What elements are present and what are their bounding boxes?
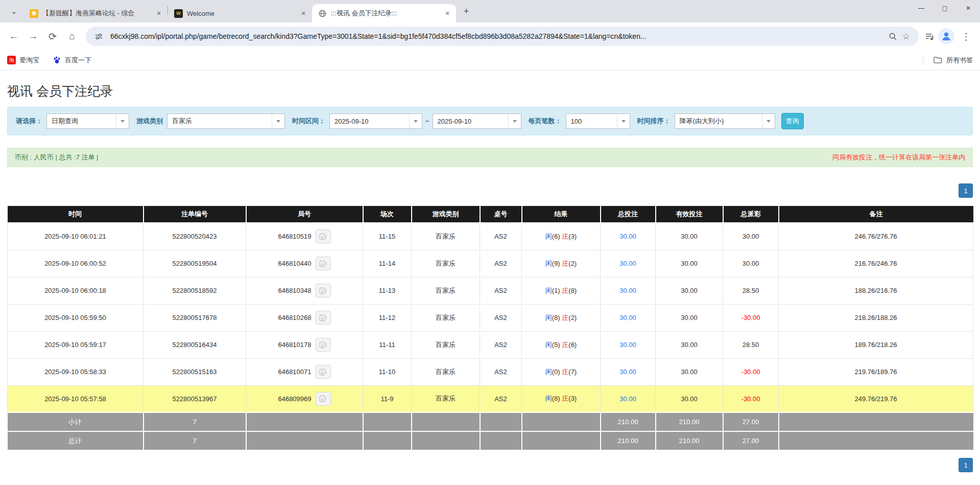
close-icon[interactable]: ✕: [443, 9, 452, 18]
media-controls-icon[interactable]: [923, 30, 936, 43]
game-type-label: 游戏类别: [136, 117, 163, 126]
table-row: 2025-09-10 06:01:21 522800520423 6468105…: [8, 223, 973, 250]
bet-id: 522800516434: [144, 331, 246, 358]
bet-time: 2025-09-10 05:58:33: [8, 358, 144, 385]
video-replay-button[interactable]: [316, 311, 331, 325]
session: 11-11: [363, 331, 412, 358]
bet-time: 2025-09-10 06:00:52: [8, 250, 144, 277]
close-icon[interactable]: ✕: [154, 9, 163, 18]
subtotal-valid-bet: 210.00: [656, 412, 723, 431]
video-replay-button[interactable]: [316, 365, 331, 379]
tab-search-chevron-icon[interactable]: ⌄: [6, 4, 21, 19]
bookmark-baidu[interactable]: 百度一下: [53, 56, 91, 65]
minimize-button[interactable]: —: [910, 0, 933, 16]
player-points: (9): [552, 260, 560, 267]
round-id-cell: 646810440: [246, 250, 363, 277]
table-no: AS2: [480, 250, 522, 277]
home-icon[interactable]: ⌂: [62, 27, 82, 46]
video-replay-button[interactable]: [316, 257, 331, 270]
total-bet-link[interactable]: 30.00: [619, 395, 636, 403]
page-1-button[interactable]: 1: [959, 458, 973, 472]
video-replay-button[interactable]: [316, 392, 331, 406]
total-bet-link[interactable]: 30.00: [619, 368, 636, 376]
close-window-button[interactable]: ✕: [957, 0, 980, 16]
profile-avatar[interactable]: [938, 28, 954, 44]
player-result: 闲: [545, 395, 552, 402]
remark: 219.76/189.76: [779, 358, 973, 385]
total-bet-cell: 30.00: [601, 331, 656, 358]
banker-result: 庄: [562, 233, 568, 240]
round-id-cell: 646810178: [246, 331, 363, 358]
zoom-magnifier-icon[interactable]: [886, 30, 899, 43]
banker-result: 庄: [562, 368, 568, 376]
chevron-down-icon[interactable]: [617, 114, 630, 128]
date-from-input[interactable]: 2025-09-10: [329, 113, 422, 129]
banker-result: 庄: [562, 314, 568, 321]
total-bet-cell: 30.00: [601, 304, 656, 331]
address-bar[interactable]: 66cxkj98.com/ipl/portal.php/game/betreco…: [86, 27, 919, 46]
player-points: (0): [552, 368, 560, 376]
game-type: 百家乐: [412, 385, 480, 412]
site-info-tune-icon[interactable]: [92, 30, 105, 43]
bookmark-aitaobao[interactable]: 淘 爱淘宝: [7, 56, 39, 65]
col-result: 结果: [522, 205, 601, 223]
col-session: 场次: [363, 205, 412, 223]
per-page-select[interactable]: 100: [566, 113, 630, 129]
tab-forum[interactable]: 燕 【新提醒】海燕策略论坛 - 综合 ✕: [23, 4, 168, 22]
back-icon[interactable]: ←: [4, 27, 23, 46]
page-1-button[interactable]: 1: [959, 183, 973, 198]
video-replay-button[interactable]: [316, 338, 331, 352]
player-points: (5): [552, 341, 560, 349]
chevron-down-icon[interactable]: [272, 114, 284, 128]
chevron-down-icon[interactable]: [508, 114, 521, 128]
bet-id: 522800519504: [144, 250, 246, 277]
date-from-value: 2025-09-10: [330, 114, 409, 128]
bet-id: 522800520423: [144, 223, 246, 250]
reload-icon[interactable]: ⟳: [43, 27, 62, 46]
bookmark-star-icon[interactable]: ☆: [899, 30, 913, 43]
total-bet-link[interactable]: 30.00: [619, 341, 636, 349]
payout: 28.50: [723, 331, 779, 358]
video-replay-button[interactable]: [316, 284, 331, 297]
banker-points: (2): [568, 314, 577, 321]
new-tab-button[interactable]: +: [459, 4, 473, 18]
game-type-select[interactable]: 百家乐: [167, 113, 285, 129]
kebab-menu-icon[interactable]: ⋮: [957, 27, 976, 46]
query-mode-select[interactable]: 日期查询: [46, 113, 129, 129]
round-id: 646809969: [278, 395, 311, 403]
maximize-button[interactable]: ▢: [933, 0, 957, 16]
banker-points: (3): [568, 395, 577, 402]
total-bet-link[interactable]: 30.00: [619, 233, 636, 240]
folder-icon: [934, 56, 942, 64]
total-bet-link[interactable]: 30.00: [619, 287, 636, 294]
forward-icon[interactable]: →: [23, 27, 43, 46]
close-icon[interactable]: ✕: [299, 9, 308, 18]
chevron-down-icon[interactable]: [116, 114, 129, 128]
total-bet-link[interactable]: 30.00: [619, 260, 636, 267]
all-bookmarks[interactable]: 所有书签: [923, 55, 973, 65]
round-id: 646810440: [278, 260, 311, 267]
tab-title: 【新提醒】海燕策略论坛 - 综合: [42, 9, 150, 18]
valid-bet: 30.00: [656, 277, 723, 304]
tab-title: :::视讯 会员下注纪录:::: [331, 9, 439, 18]
table-no: AS2: [480, 223, 522, 250]
subtotal-total-bet: 210.00: [601, 412, 656, 431]
date-to-input[interactable]: 2025-09-10: [433, 113, 521, 129]
col-total-bet: 总投注: [601, 205, 656, 223]
total-bet-link[interactable]: 30.00: [619, 314, 636, 321]
query-button[interactable]: 查询: [781, 113, 804, 129]
sort-select[interactable]: 降幂(由大到小): [675, 113, 775, 129]
player-result: 闲: [545, 287, 552, 294]
video-replay-button[interactable]: [316, 229, 331, 243]
tab-welcome[interactable]: W Welcome ✕: [168, 4, 312, 22]
valid-bet: 30.00: [656, 358, 723, 385]
url-text[interactable]: 66cxkj98.com/ipl/portal.php/game/betreco…: [110, 32, 881, 40]
chevron-down-icon[interactable]: [409, 114, 422, 128]
remark: 216.76/246.76: [779, 250, 973, 277]
round-id-cell: 646810268: [246, 304, 363, 331]
currency-summary: 币别 : 人民币 | 总共 :7 注单 |: [15, 153, 99, 162]
chevron-down-icon[interactable]: [762, 114, 775, 128]
bet-id: 522800518592: [144, 277, 246, 304]
tab-bet-records[interactable]: :::视讯 会员下注纪录::: ✕: [312, 4, 456, 22]
bet-time: 2025-09-10 05:57:58: [8, 385, 144, 412]
